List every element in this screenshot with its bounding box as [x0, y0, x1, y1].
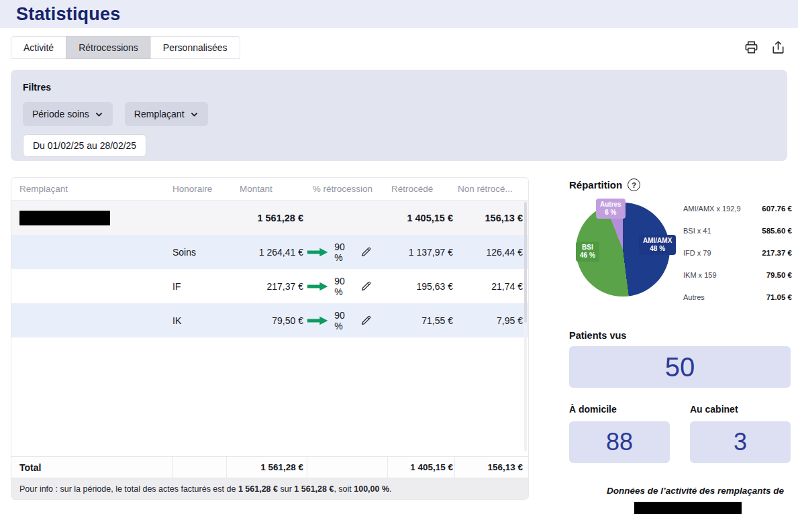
table-row-if: IF 217,37 € 90 % 195,63 € 21,74 €: [11, 269, 528, 303]
periode-soins-dropdown[interactable]: Période soins: [23, 102, 113, 126]
export-icon: [770, 40, 786, 55]
repartition-chart: Autres 6 % AMI/AMX 48 % BSI 46 %: [572, 199, 679, 301]
summary-montant: 1 561,28 €: [226, 213, 307, 223]
summary-non-retrocede: 156,13 €: [454, 213, 528, 223]
edit-pct-button[interactable]: [360, 314, 372, 327]
retrocessions-table: Remplaçant Honoraire Montant % rétrocess…: [11, 177, 529, 500]
page-title: Statistiques: [16, 4, 120, 25]
filters-panel: Filtres Période soins Remplaçant Du 01/0…: [11, 70, 787, 161]
slice-label-bsi: BSI 46 %: [576, 242, 599, 262]
au-cabinet-value: 3: [690, 421, 791, 463]
patients-vus-value: 50: [569, 346, 791, 388]
legend-item: IKM x 159 79.50 €: [683, 264, 792, 286]
col-honoraire: Honoraire: [172, 184, 226, 194]
tabs: Activité Rétrocessions Personnalisées: [11, 36, 240, 59]
green-arrow-icon: [307, 315, 328, 326]
help-icon[interactable]: ?: [628, 178, 640, 191]
col-remplacant: Remplaçant: [11, 184, 172, 194]
pct-value: 90 %: [334, 242, 354, 263]
periode-soins-label: Période soins: [32, 109, 89, 119]
statistics-page: Statistiques Activité Rétrocessions Pers…: [0, 0, 798, 532]
non-retrocede-value: 7,95 €: [454, 315, 528, 326]
col-non-retrocede: Non rétrocé...: [454, 184, 528, 194]
tab-activite[interactable]: Activité: [11, 36, 66, 59]
legend-item: Autres 71.05 €: [683, 286, 792, 308]
table-row-ik: IK 79,50 € 90 % 71,55 € 7,95 €: [11, 303, 528, 337]
pencil-icon: [360, 280, 372, 292]
retrocede-value: 195,63 €: [387, 281, 454, 292]
total-label: Total: [11, 457, 172, 478]
table-body: 1 561,28 € 1 405,15 € 156,13 € Soins 1 2…: [11, 201, 528, 456]
patients-vus-label: Patients vus: [569, 330, 626, 341]
date-range-button[interactable]: Du 01/02/25 au 28/02/25: [23, 134, 146, 157]
non-retrocede-value: 126,44 €: [454, 247, 528, 258]
honoraire-label: IF: [172, 281, 226, 292]
retrocede-value: 1 137,97 €: [387, 247, 454, 258]
export-button[interactable]: [768, 38, 787, 56]
honoraire-label: IK: [172, 315, 226, 326]
side-panel: Répartition ? Autres 6 % AMI/AMX 48 % BS…: [569, 177, 792, 532]
a-domicile-label: À domicile: [569, 404, 617, 415]
repartition-header: Répartition ?: [569, 178, 640, 191]
table-row-soins: Soins 1 264,41 € 90 % 1 137,97 € 126,44 …: [11, 235, 528, 269]
table-total-row: Total 1 561,28 € 1 405,15 € 156,13 €: [11, 456, 528, 478]
tabs-row: Activité Rétrocessions Personnalisées: [0, 36, 798, 60]
honoraire-label: Soins: [172, 247, 226, 258]
repartition-legend: AMI/AMX x 192,9 607.76 € BSI x 41 585.60…: [683, 197, 792, 308]
non-retrocede-value: 21,74 €: [454, 281, 528, 292]
filters-title: Filtres: [23, 82, 775, 93]
edit-pct-button[interactable]: [360, 280, 372, 292]
header-actions: [742, 38, 787, 56]
total-montant: 1 561,28 €: [226, 457, 307, 478]
slice-label-autres: Autres 6 %: [596, 199, 626, 219]
pct-value: 90 %: [334, 310, 354, 331]
redacted-footer-name: [634, 502, 742, 514]
col-retrocede: Rétrocédé: [387, 184, 454, 194]
pencil-icon: [360, 314, 372, 327]
redacted-remplacant-name: [19, 211, 110, 225]
repartition-title: Répartition: [569, 179, 622, 191]
table-footnote: Pour info : sur la période, le total des…: [11, 478, 528, 499]
total-retrocede: 1 405,15 €: [387, 457, 454, 478]
edit-pct-button[interactable]: [360, 246, 372, 258]
table-scrollbar[interactable]: [524, 202, 527, 451]
tab-personnalisees[interactable]: Personnalisées: [150, 36, 240, 59]
summary-retrocede: 1 405,15 €: [387, 213, 454, 223]
tab-retrocessions[interactable]: Rétrocessions: [66, 36, 151, 59]
legend-item: AMI/AMX x 192,9 607.76 €: [683, 197, 792, 219]
montant-value: 217,37 €: [226, 281, 307, 292]
table-header-row: Remplaçant Honoraire Montant % rétrocess…: [11, 178, 528, 201]
chevron-down-icon: [95, 110, 103, 119]
slice-label-ami-amx: AMI/AMX 48 %: [639, 235, 676, 255]
montant-value: 1 264,41 €: [226, 247, 307, 258]
total-non-retrocede: 156,13 €: [454, 457, 528, 478]
pct-value: 90 %: [334, 276, 354, 297]
remplacant-dropdown[interactable]: Remplaçant: [125, 102, 208, 126]
filters-dropdowns: Période soins Remplaçant: [23, 102, 775, 126]
legend-item: BSI x 41 585.60 €: [683, 219, 792, 242]
print-icon: [744, 40, 759, 55]
au-cabinet-label: Au cabinet: [690, 404, 738, 415]
remplacant-label: Remplaçant: [134, 109, 185, 119]
legend-item: IFD x 79 217.37 €: [683, 242, 792, 264]
montant-value: 79,50 €: [226, 315, 307, 326]
green-arrow-icon: [307, 281, 328, 292]
print-button[interactable]: [742, 38, 760, 56]
page-header: Statistiques: [0, 0, 798, 28]
pencil-icon: [360, 246, 372, 258]
table-row-summary: 1 561,28 € 1 405,15 € 156,13 €: [11, 201, 528, 235]
side-footer-note: Données de l’activité des remplaçants de: [569, 486, 784, 496]
chevron-down-icon: [190, 110, 199, 119]
retrocede-value: 71,55 €: [387, 315, 454, 326]
green-arrow-icon: [307, 247, 328, 258]
col-pct-retrocession: % rétrocession: [307, 184, 387, 194]
a-domicile-value: 88: [569, 421, 670, 463]
col-montant: Montant: [226, 184, 307, 194]
scrollbar-thumb[interactable]: [524, 202, 527, 323]
